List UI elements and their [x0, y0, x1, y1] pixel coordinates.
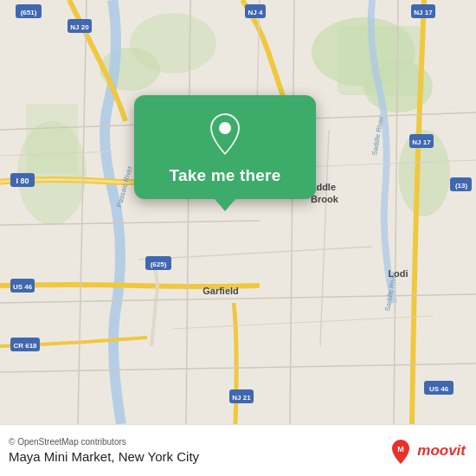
take-me-there-button[interactable]: Take me there	[170, 166, 281, 185]
place-name: Maya Mini Market, New York City	[9, 449, 199, 464]
location-pin-icon	[206, 112, 244, 157]
moovit-logo[interactable]: M moovit	[388, 438, 466, 464]
svg-text:NJ 20: NJ 20	[70, 23, 89, 31]
svg-text:M: M	[398, 445, 405, 453]
moovit-brand-icon: M	[388, 438, 414, 464]
svg-text:I 80: I 80	[16, 177, 29, 185]
svg-text:Garfield: Garfield	[203, 286, 239, 296]
svg-text:CR 618: CR 618	[13, 342, 37, 350]
popup-card[interactable]: Take me there	[134, 95, 316, 199]
svg-text:Brook: Brook	[311, 194, 339, 204]
svg-text:NJ 4: NJ 4	[248, 9, 263, 16]
bottom-left: © OpenStreetMap contributors Maya Mini M…	[9, 437, 199, 464]
moovit-text: moovit	[417, 442, 466, 460]
svg-text:(13): (13)	[455, 182, 468, 190]
svg-text:NJ 21: NJ 21	[232, 394, 251, 402]
svg-text:(651): (651)	[21, 9, 37, 16]
osm-credit: © OpenStreetMap contributors	[9, 437, 199, 447]
svg-rect-6	[26, 104, 78, 173]
bottom-bar: © OpenStreetMap contributors Maya Mini M…	[0, 424, 476, 476]
svg-text:US 46: US 46	[13, 283, 33, 291]
svg-text:(625): (625)	[151, 261, 167, 268]
location-icon-wrap	[202, 111, 248, 158]
map-container: I 80 NJ 20 NJ 4 NJ 17 NJ 17 (13) US 46 N…	[0, 0, 476, 424]
svg-text:NJ 17: NJ 17	[412, 138, 431, 146]
svg-text:US 46: US 46	[429, 385, 449, 393]
svg-point-54	[219, 122, 231, 134]
svg-text:NJ 17: NJ 17	[414, 9, 433, 16]
map-svg: I 80 NJ 20 NJ 4 NJ 17 NJ 17 (13) US 46 N…	[0, 0, 476, 424]
